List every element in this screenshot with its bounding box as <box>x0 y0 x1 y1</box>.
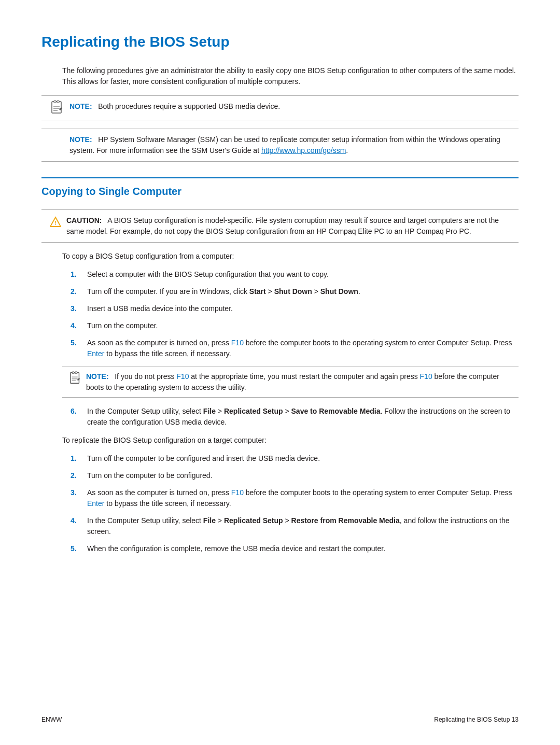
rep-step-num-4: 4. <box>71 515 87 526</box>
step-num-1: 1. <box>71 269 87 280</box>
step-text-1: Select a computer with the BIOS Setup co… <box>87 269 519 280</box>
step-text-6: In the Computer Setup utility, select Fi… <box>87 406 519 428</box>
copy-steps-list: 1. Select a computer with the BIOS Setup… <box>71 269 519 359</box>
copy-step-3: 3. Insert a USB media device into the co… <box>71 303 519 314</box>
rep-step-num-5: 5. <box>71 543 87 554</box>
note2-text-after: . <box>346 146 348 154</box>
svg-rect-8 <box>71 373 79 383</box>
step-num-3: 3. <box>71 303 87 314</box>
intro-paragraph: The following procedures give an adminis… <box>62 65 519 87</box>
note2-label: NOTE: <box>69 135 92 144</box>
step-num-4: 4. <box>71 320 87 331</box>
svg-rect-10 <box>75 372 77 374</box>
caution-label: CAUTION: <box>66 216 102 224</box>
note1-icon <box>50 100 64 115</box>
copy-intro: To copy a BIOS Setup configuration from … <box>62 251 519 262</box>
svg-rect-1 <box>54 101 56 103</box>
notepad-icon <box>50 100 64 115</box>
note3-label: NOTE: <box>86 372 109 381</box>
page-container: Replicating the BIOS Setup The following… <box>41 31 519 554</box>
replicate-intro: To replicate the BIOS Setup configuratio… <box>62 435 519 446</box>
rep-step-text-3: As soon as the computer is turned on, pr… <box>87 487 519 509</box>
page-footer: ENWW Replicating the BIOS Setup 13 <box>41 715 519 724</box>
notepad-icon-2 <box>68 371 82 385</box>
section-heading: Copying to Single Computer <box>41 177 519 201</box>
footer-right: Replicating the BIOS Setup 13 <box>434 715 519 724</box>
step-num-2: 2. <box>71 286 87 297</box>
rep-step-text-1: Turn off the computer to be configured a… <box>87 453 519 464</box>
note1-label: NOTE: <box>69 102 92 110</box>
step-num-6: 6. <box>71 406 87 417</box>
step-text-4: Turn on the computer. <box>87 320 519 331</box>
note1-text: Both procedures require a supported USB … <box>98 102 280 110</box>
copy-step-6: 6. In the Computer Setup utility, select… <box>71 406 519 428</box>
note2-box: NOTE: HP System Software Manager (SSM) c… <box>41 129 519 162</box>
copy-step-1: 1. Select a computer with the BIOS Setup… <box>71 269 519 280</box>
rep-step-text-4: In the Computer Setup utility, select Fi… <box>87 515 519 537</box>
rep-step-num-1: 1. <box>71 453 87 464</box>
copy-step-5: 5. As soon as the computer is turned on,… <box>71 338 519 359</box>
rep-step-text-2: Turn on the computer to be configured. <box>87 470 519 481</box>
note1-content: NOTE: Both procedures require a supporte… <box>69 101 280 112</box>
step-num-5: 5. <box>71 338 87 348</box>
main-heading: Replicating the BIOS Setup <box>41 31 519 55</box>
step-text-5: As soon as the computer is turned on, pr… <box>87 338 519 359</box>
rep-step-num-3: 3. <box>71 487 87 498</box>
rep-step-text-5: When the configuration is complete, remo… <box>87 543 519 554</box>
rep-step-num-2: 2. <box>71 470 87 481</box>
copy-step-4: 4. Turn on the computer. <box>71 320 519 331</box>
footer-left: ENWW <box>41 715 62 724</box>
copy-step-2: 2. Turn off the computer. If you are in … <box>71 286 519 297</box>
replicate-step-3: 3. As soon as the computer is turned on,… <box>71 487 519 509</box>
note3-box: NOTE: If you do not press F10 at the app… <box>62 367 519 398</box>
caution-text: A BIOS Setup configuration is model-spec… <box>66 216 499 235</box>
svg-text:!: ! <box>54 220 57 226</box>
step-text-2: Turn off the computer. If you are in Win… <box>87 286 519 297</box>
note3-content: NOTE: If you do not press F10 at the app… <box>86 371 512 393</box>
svg-rect-0 <box>52 102 61 113</box>
replicate-step-1: 1. Turn off the computer to be configure… <box>71 453 519 464</box>
step-text-3: Insert a USB media device into the compu… <box>87 303 519 314</box>
replicate-steps-list: 1. Turn off the computer to be configure… <box>71 453 519 554</box>
note2-content: NOTE: HP System Software Manager (SSM) c… <box>69 134 510 156</box>
caution-triangle-icon: ! <box>50 216 61 231</box>
replicate-step-5: 5. When the configuration is complete, r… <box>71 543 519 554</box>
note2-link[interactable]: http://www.hp.com/go/ssm <box>261 146 346 154</box>
caution-content: CAUTION: A BIOS Setup configuration is m… <box>66 215 510 237</box>
svg-rect-9 <box>72 372 74 374</box>
replicate-step-4: 4. In the Computer Setup utility, select… <box>71 515 519 537</box>
note3-text: If you do not press F10 at the appropria… <box>86 372 499 391</box>
note3-icon <box>68 371 82 388</box>
caution-box: ! CAUTION: A BIOS Setup configuration is… <box>41 209 519 243</box>
copy-step-6-list: 6. In the Computer Setup utility, select… <box>71 406 519 428</box>
svg-rect-2 <box>57 101 59 103</box>
replicate-step-2: 2. Turn on the computer to be configured… <box>71 470 519 481</box>
note1-box: NOTE: Both procedures require a supporte… <box>41 95 519 120</box>
